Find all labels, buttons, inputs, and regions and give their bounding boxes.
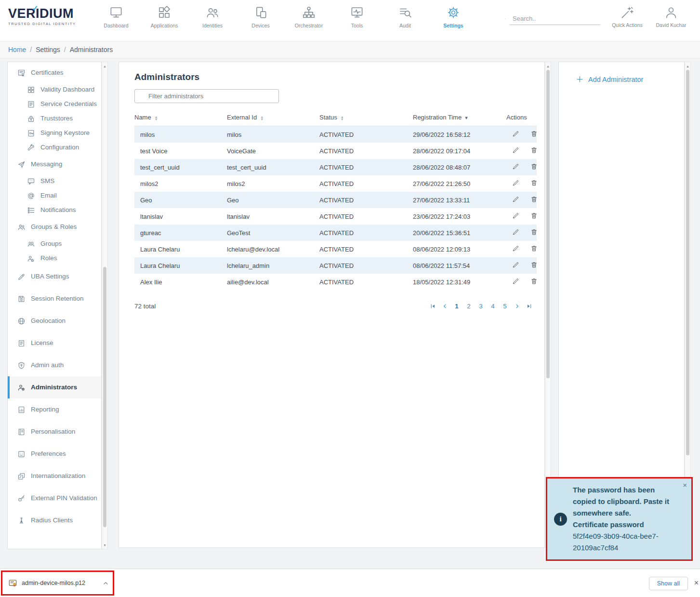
sidebar-item[interactable]: Certificates: [8, 63, 101, 82]
sidebar-item[interactable]: UBA Settings: [8, 265, 101, 288]
edit-icon[interactable]: [512, 196, 519, 203]
sidebar-item[interactable]: Geolocation: [8, 310, 101, 332]
delete-icon[interactable]: [530, 146, 537, 154]
edit-icon[interactable]: [512, 163, 519, 170]
scrollbar-thumb[interactable]: [546, 70, 550, 378]
table-row[interactable]: milos milos ACTIVATED 29/06/2022 16:58:1…: [134, 126, 537, 143]
download-item[interactable]: admin-device-milos.p12: [2, 579, 113, 588]
sidebar-item[interactable]: Configuration: [8, 140, 101, 155]
toast-close-icon[interactable]: ×: [683, 481, 687, 489]
first-page-button[interactable]: [428, 301, 437, 311]
sidebar-item[interactable]: Administrators: [8, 376, 101, 398]
chevron-up-icon[interactable]: [103, 580, 109, 586]
edit-icon[interactable]: [512, 261, 519, 268]
page-number-button[interactable]: 1: [452, 301, 462, 311]
nav-item[interactable]: Tools: [333, 5, 381, 28]
user-menu[interactable]: David Kuchar: [650, 5, 692, 28]
sidebar-item[interactable]: License: [8, 332, 101, 354]
edit-icon[interactable]: [512, 130, 519, 137]
last-page-button[interactable]: [524, 301, 534, 311]
delete-icon[interactable]: [530, 130, 537, 137]
next-page-button[interactable]: [512, 301, 522, 311]
table-row[interactable]: test_cert_uuid test_cert_uuid ACTIVATED …: [134, 159, 537, 175]
show-all-button[interactable]: Show all: [649, 577, 688, 590]
page-number-button[interactable]: 2: [464, 301, 474, 311]
shelf-close-icon[interactable]: ×: [694, 579, 699, 587]
delete-icon[interactable]: [530, 278, 537, 285]
search-icon[interactable]: [505, 15, 506, 23]
edit-icon[interactable]: [512, 228, 519, 236]
sidebar-item[interactable]: Admin auth: [8, 354, 101, 376]
main-scrollbar[interactable]: ▲ ▼: [545, 62, 551, 548]
scroll-up-arrow[interactable]: ▲: [102, 63, 107, 69]
nav-item[interactable]: Identities: [188, 5, 237, 28]
scroll-down-arrow[interactable]: ▼: [102, 542, 107, 548]
right-panel-scrollbar[interactable]: ▲ ▼: [685, 62, 691, 549]
edit-icon[interactable]: [512, 212, 519, 219]
sidebar-item[interactable]: Truststores: [8, 111, 101, 126]
sidebar-item[interactable]: Groups & Roles: [8, 217, 101, 237]
page-number-button[interactable]: 4: [488, 301, 498, 311]
table-row[interactable]: Geo Geo ACTIVATED 27/06/2022 13:33:11: [134, 192, 537, 208]
delete-icon[interactable]: [530, 261, 537, 268]
sidebar-item[interactable]: Session Retention: [8, 288, 101, 310]
table-row[interactable]: Alex Ilie ailie@dev.local ACTIVATED 18/0…: [134, 274, 537, 290]
scroll-up-arrow[interactable]: ▲: [545, 63, 551, 69]
edit-icon[interactable]: [512, 245, 519, 252]
column-header-name[interactable]: Name▲▼: [134, 109, 227, 126]
table-row[interactable]: Laura Chelaru lchelaru_admin ACTIVATED 0…: [134, 257, 537, 274]
page-number-button[interactable]: 3: [476, 301, 486, 311]
sidebar-item[interactable]: Service Credentials: [8, 97, 101, 111]
table-row[interactable]: milos2 milos2 ACTIVATED 27/06/2022 21:26…: [134, 175, 537, 192]
search-input[interactable]: [510, 13, 600, 25]
delete-icon[interactable]: [530, 163, 537, 170]
column-header-status[interactable]: Status▲▼: [319, 109, 413, 126]
delete-icon[interactable]: [530, 245, 537, 252]
table-row[interactable]: gtureac GeoTest ACTIVATED 20/06/2022 15:…: [134, 225, 537, 241]
sidebar-item[interactable]: Groups: [8, 237, 101, 251]
sidebar-item[interactable]: Validity Dashboard: [8, 82, 101, 97]
edit-icon[interactable]: [512, 146, 519, 154]
sidebar-item[interactable]: External PIN Validation: [8, 487, 101, 509]
column-header-registration-time[interactable]: Registration Time▾: [413, 109, 506, 126]
scrollbar-thumb[interactable]: [686, 70, 689, 455]
sidebar-item[interactable]: Reporting: [8, 398, 101, 421]
breadcrumb-home-link[interactable]: Home: [8, 46, 26, 53]
sidebar-item[interactable]: Roles: [8, 251, 101, 265]
add-administrator-button[interactable]: Add Administrator: [576, 75, 643, 83]
previous-page-button[interactable]: [440, 301, 449, 311]
sidebar-item[interactable]: Preferences: [8, 443, 101, 465]
nav-item[interactable]: Audit: [381, 5, 429, 28]
sidebar-item[interactable]: Messaging: [8, 155, 101, 174]
edit-icon[interactable]: [512, 179, 519, 186]
sidebar-item[interactable]: Internationalization: [8, 465, 101, 487]
table-row[interactable]: ltanislav ltanislav ACTIVATED 23/06/2022…: [134, 208, 537, 225]
sidebar-item[interactable]: Signing Keystore: [8, 126, 101, 140]
scrollbar-thumb[interactable]: [103, 267, 106, 527]
delete-icon[interactable]: [530, 228, 537, 236]
edit-icon[interactable]: [512, 278, 519, 285]
table-row[interactable]: Laura Chelaru lchelaru@dev.local ACTIVAT…: [134, 241, 537, 257]
column-header-external-id[interactable]: External Id▲▼: [227, 109, 319, 126]
page-number-button[interactable]: 5: [500, 301, 510, 311]
sidebar-item[interactable]: SMS: [8, 174, 101, 188]
sidebar-item[interactable]: Email: [8, 188, 101, 203]
delete-icon[interactable]: [530, 196, 537, 203]
nav-item[interactable]: Applications: [140, 5, 188, 28]
quick-actions-button[interactable]: Quick Actions: [607, 5, 648, 28]
nav-item[interactable]: Devices: [237, 5, 285, 28]
delete-icon[interactable]: [530, 212, 537, 219]
nav-item[interactable]: Orchestrator: [285, 5, 333, 28]
sidebar-scrollbar[interactable]: ▲ ▼: [102, 62, 108, 549]
veridium-logo[interactable]: VERIDIUM ✓ TRUSTED DIGITAL IDENTITY: [8, 7, 76, 26]
table-row[interactable]: test Voice VoiceGate ACTIVATED 28/06/202…: [134, 143, 537, 159]
delete-icon[interactable]: [530, 179, 537, 186]
sidebar-item[interactable]: Personalisation: [8, 421, 101, 443]
sidebar-item[interactable]: Notifications: [8, 203, 101, 217]
filter-administrators-input[interactable]: [134, 89, 279, 103]
breadcrumb-settings-link[interactable]: Settings: [36, 46, 60, 53]
nav-item[interactable]: Dashboard: [92, 5, 140, 28]
sidebar-item[interactable]: Radius Clients: [8, 509, 101, 531]
nav-item[interactable]: Settings: [429, 5, 477, 28]
scroll-up-arrow[interactable]: ▲: [685, 63, 690, 69]
